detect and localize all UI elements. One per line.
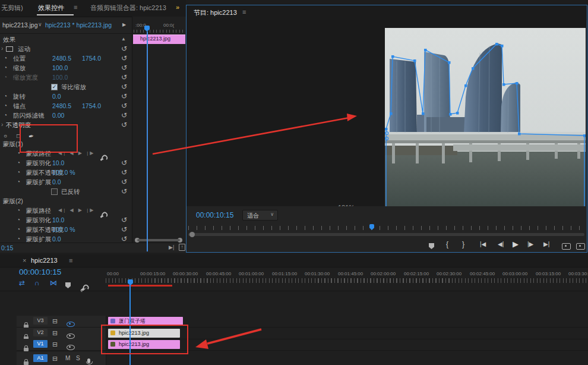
play-button[interactable]: ▶ bbox=[513, 240, 519, 248]
panel-menu-icon[interactable]: ≡ bbox=[242, 8, 246, 15]
reset-icon[interactable]: ↺ bbox=[121, 73, 127, 82]
anchor-y-value[interactable]: 1754.0 bbox=[82, 101, 101, 111]
mask-opacity-value[interactable]: 100.0 % bbox=[52, 225, 75, 234]
timeline-timecode[interactable]: 00:00:10:15 bbox=[19, 268, 61, 276]
tab-source-monitor[interactable]: 无剪辑) bbox=[1, 4, 23, 12]
anchor-x-value[interactable]: 2480.5 bbox=[52, 101, 71, 111]
close-tab-icon[interactable]: × bbox=[23, 257, 26, 264]
step-forward-icon[interactable]: |▶ bbox=[527, 241, 533, 247]
keyframe-nav-icons[interactable]: ◀| ◀ ▶ |▶ bbox=[58, 149, 95, 158]
reset-icon[interactable]: ↺ bbox=[121, 44, 127, 54]
sync-lock-icon[interactable]: ⊟ bbox=[52, 341, 58, 348]
stopwatch-icon[interactable]: ◔ bbox=[4, 101, 7, 111]
mark-in-icon[interactable]: { bbox=[446, 240, 448, 248]
monitor-image[interactable] bbox=[385, 28, 586, 206]
nest-toggle-icon[interactable]: ⇄ bbox=[19, 279, 25, 287]
position-x-value[interactable]: 2480.5 bbox=[52, 54, 71, 63]
stopwatch-icon[interactable]: ◔ bbox=[17, 177, 20, 187]
sync-lock-icon[interactable]: ⊟ bbox=[52, 355, 58, 363]
go-to-out-icon[interactable]: ▶| bbox=[543, 241, 549, 247]
opacity-group-row[interactable]: › 不透明度 ↺ bbox=[0, 120, 132, 130]
mini-timeline-clip[interactable]: hpic2213.jpg bbox=[133, 34, 185, 44]
clip-v1[interactable]: hpic2213.jpg bbox=[108, 340, 180, 349]
mute-button[interactable]: M bbox=[65, 355, 70, 361]
snap-magnet-icon[interactable]: ∩ bbox=[34, 279, 40, 287]
twirl-icon[interactable]: › bbox=[1, 120, 3, 130]
clip-v2-selected[interactable]: hpic2213.jpg bbox=[108, 329, 180, 338]
track-badge-v1[interactable]: V1 bbox=[33, 340, 48, 348]
stopwatch-icon[interactable]: ◔ bbox=[4, 63, 7, 73]
reset-icon[interactable]: ↺ bbox=[121, 63, 127, 73]
program-scrollbar-knob[interactable] bbox=[189, 232, 195, 237]
effect-mini-timeline[interactable]: :00:0 00:0( hpic2213.jpg bbox=[132, 17, 186, 243]
reset-icon[interactable]: ↺ bbox=[121, 101, 127, 111]
overflow-panels-icon[interactable]: » bbox=[176, 4, 179, 11]
zoom-level-select[interactable]: 适合 ∨ bbox=[242, 210, 278, 221]
stopwatch-icon[interactable]: ◔ bbox=[17, 225, 20, 234]
linked-selection-icon[interactable]: ⋈ bbox=[50, 279, 57, 287]
panel-menu-icon[interactable]: ≡ bbox=[69, 257, 72, 264]
tab-effect-controls[interactable]: 效果控件 bbox=[38, 4, 64, 12]
stopwatch-icon[interactable]: ◔ bbox=[4, 111, 7, 120]
antiflicker-value[interactable]: 0.00 bbox=[52, 111, 64, 120]
track-badge-v3[interactable]: V3 bbox=[33, 317, 48, 325]
add-marker-icon[interactable] bbox=[65, 280, 71, 291]
mask1-header-row[interactable]: 蒙版(1) bbox=[0, 139, 132, 149]
reset-icon[interactable]: ↺ bbox=[121, 177, 127, 187]
stopwatch-icon[interactable]: ◔ bbox=[17, 215, 20, 225]
keyframe-nav-icons[interactable]: ◀| ◀ ▶ |▶ bbox=[58, 206, 95, 215]
sync-lock-icon[interactable]: ⊟ bbox=[52, 329, 58, 337]
track-output-eye-icon[interactable] bbox=[67, 342, 75, 353]
stopwatch-icon[interactable]: ◔ bbox=[17, 168, 20, 177]
stopwatch-icon[interactable]: ◔ bbox=[17, 158, 20, 168]
play-around-icon[interactable]: ▶| bbox=[169, 244, 174, 250]
reset-icon[interactable]: ↺ bbox=[121, 120, 127, 130]
panel-menu-icon[interactable]: ≡ bbox=[74, 4, 77, 11]
motion-group-row[interactable]: › 运动 ↺ bbox=[0, 44, 132, 54]
mask2-header-row[interactable]: 蒙版(2) bbox=[0, 196, 132, 206]
uniform-scale-checkbox[interactable]: ✓ bbox=[51, 84, 58, 90]
stopwatch-icon[interactable]: ◔ bbox=[4, 54, 7, 63]
program-mini-ruler[interactable] bbox=[188, 226, 584, 230]
sync-lock-icon[interactable]: ⊟ bbox=[52, 317, 58, 325]
voiceover-mic-icon[interactable] bbox=[87, 355, 90, 365]
export-icon[interactable]: ↑ bbox=[179, 244, 185, 251]
reset-icon[interactable]: ↺ bbox=[121, 225, 127, 234]
rotation-value[interactable]: 0.0 bbox=[52, 92, 61, 101]
mask-feather-value[interactable]: 10.0 bbox=[52, 158, 64, 168]
lock-icon[interactable] bbox=[24, 357, 29, 365]
expand-timeline-icon[interactable]: ▶ bbox=[122, 22, 126, 27]
mask-feather-value[interactable]: 10.0 bbox=[52, 215, 64, 225]
go-to-in-icon[interactable]: |◀ bbox=[480, 241, 486, 247]
mini-ruler-ticks[interactable] bbox=[134, 30, 185, 33]
comparison-view-icon[interactable] bbox=[576, 241, 585, 252]
export-frame-icon[interactable] bbox=[562, 241, 571, 252]
step-back-icon[interactable]: ◀| bbox=[498, 241, 504, 247]
tab-program-monitor[interactable]: 节目: hpic2213 bbox=[194, 8, 237, 17]
stopwatch-icon[interactable]: ◔ bbox=[4, 92, 7, 101]
mask-expansion-value[interactable]: 0.0 bbox=[52, 177, 61, 187]
reset-icon[interactable]: ↺ bbox=[121, 168, 127, 177]
program-timecode[interactable]: 00:00:10:15 bbox=[196, 211, 233, 219]
mini-zoom-bar[interactable] bbox=[137, 239, 180, 241]
reset-icon[interactable]: ↺ bbox=[121, 158, 127, 168]
scale-value[interactable]: 100.0 bbox=[52, 63, 68, 73]
timeline-ruler[interactable]: 00:00 00:00:15:00 00:00:30:00 00:00:45:0… bbox=[106, 268, 588, 285]
position-y-value[interactable]: 1754.0 bbox=[82, 54, 101, 63]
reset-icon[interactable]: ↺ bbox=[121, 111, 127, 120]
chevron-down-icon[interactable]: ∨ bbox=[38, 21, 42, 27]
mark-out-icon[interactable]: } bbox=[462, 240, 464, 248]
program-scrollbar[interactable] bbox=[188, 233, 584, 236]
clip-v3[interactable]: 厦门双子塔 bbox=[108, 317, 183, 326]
inverted-checkbox[interactable] bbox=[51, 188, 58, 195]
collapse-section-icon[interactable]: ▲ bbox=[121, 34, 126, 44]
reset-icon[interactable]: ↺ bbox=[121, 215, 127, 225]
program-viewport[interactable]: 121% bbox=[186, 20, 586, 206]
reset-icon[interactable]: ↺ bbox=[121, 54, 127, 63]
stopwatch-icon[interactable]: ◔ bbox=[17, 149, 20, 158]
tab-sequence[interactable]: hpic2213 bbox=[31, 257, 58, 264]
reset-icon[interactable]: ↺ bbox=[121, 187, 127, 196]
reset-icon[interactable]: ↺ bbox=[121, 92, 127, 101]
twirl-icon[interactable]: › bbox=[1, 44, 3, 54]
reset-icon[interactable]: ↺ bbox=[121, 82, 127, 92]
